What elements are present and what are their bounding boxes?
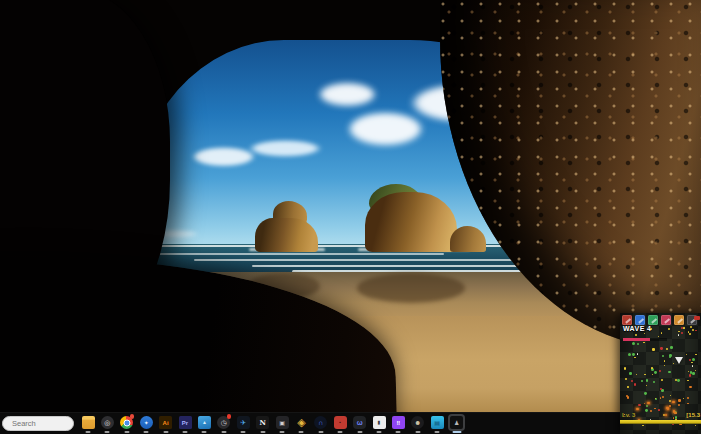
game-particle (646, 379, 649, 382)
game-particle (643, 342, 645, 344)
game-particle (637, 353, 638, 354)
chrome-icon[interactable] (120, 416, 133, 429)
rock-stack-large (365, 192, 457, 252)
obs-studio-icon[interactable]: ◎ (101, 416, 114, 429)
game-particle (692, 372, 695, 375)
game-particle (692, 329, 694, 331)
game-particle (689, 359, 691, 361)
wave-label: WAVE 4 (623, 325, 651, 332)
obs-studio-icon-glyph: ◎ (104, 419, 110, 426)
photos-app-icon-glyph: ▲ (202, 420, 207, 425)
game-particle (668, 328, 670, 330)
game-particle (652, 348, 654, 350)
notes-app-icon[interactable]: ▮ (373, 416, 386, 429)
steam-icon[interactable]: ✦ (140, 416, 153, 429)
rock-reflection (357, 273, 465, 303)
running-indicator (183, 431, 188, 433)
surf-line (144, 253, 444, 255)
search-input[interactable] (2, 416, 74, 431)
game-particle (662, 355, 664, 357)
photos-app-icon[interactable]: ▲ (198, 416, 211, 429)
game-particle (664, 365, 665, 366)
game-particle (670, 395, 671, 396)
game-particle (687, 380, 689, 382)
game-overlay-window[interactable]: WAVE 4 Lv. 3 [15.3 (620, 313, 701, 434)
discord-icon-glyph: ω (357, 419, 363, 426)
game-app-icon-glyph: ♟ (454, 420, 459, 426)
game-particle (634, 383, 636, 385)
game-particle (624, 367, 626, 369)
weapon-slot (648, 315, 658, 325)
notion-icon[interactable]: N (256, 416, 269, 429)
game-particle (631, 380, 633, 382)
game-particle (672, 401, 674, 403)
running-indicator (105, 431, 110, 433)
running-indicator (202, 431, 207, 433)
clouds (162, 126, 338, 182)
arc-browser-icon-glyph: ∩ (318, 419, 323, 426)
gold-diamond-app-icon-glyph: ◈ (297, 417, 305, 428)
game-particle (670, 346, 673, 349)
game-app-icon[interactable]: ♟ (450, 416, 463, 429)
running-indicator (241, 431, 246, 433)
running-indicator (338, 431, 343, 433)
running-indicator (299, 431, 304, 433)
game-particle (644, 403, 646, 405)
materials-counter: [15.3 (686, 412, 700, 418)
game-particle (673, 363, 674, 364)
box-app-icon-glyph: ▣ (279, 420, 285, 426)
illustrator-icon-glyph: Ai (163, 420, 169, 426)
gold-diamond-app-icon[interactable]: ◈ (295, 416, 308, 429)
reader-app-icon[interactable]: ▤ (431, 416, 444, 429)
game-particle (637, 343, 639, 345)
game-particle (678, 331, 680, 333)
game-particle (645, 409, 648, 412)
clock-app-icon[interactable]: ◷ (217, 416, 230, 429)
game-particle (625, 378, 627, 380)
game-particle (658, 409, 660, 411)
camera-app-icon-glyph: ▪ (339, 420, 341, 425)
running-indicator (260, 431, 265, 433)
game-particle (632, 353, 635, 356)
weapon-slot (661, 315, 671, 325)
box-app-icon[interactable]: ▣ (276, 416, 289, 429)
game-particle (687, 397, 689, 399)
weapon-slot (622, 315, 632, 325)
game-particle (664, 360, 665, 361)
telegram-icon[interactable]: ✈ (237, 416, 250, 429)
game-particle (661, 379, 663, 381)
camera-app-icon[interactable]: ▪ (334, 416, 347, 429)
game-particle (691, 362, 692, 363)
weapon-slot (635, 315, 645, 325)
premiere-pro-icon-glyph: Pr (182, 420, 188, 426)
running-indicator (396, 431, 401, 433)
game-particle (658, 336, 659, 337)
running-indicator (280, 431, 285, 433)
running-indicator (452, 431, 461, 433)
game-particle (628, 353, 631, 356)
taskbar: ◎✦AiPr▲◷✈N▣◈∩▪ω▮‼☻▤♟ (0, 412, 701, 434)
game-particle (666, 348, 668, 350)
illustrator-icon[interactable]: Ai (159, 416, 172, 429)
game-particle (661, 332, 662, 333)
game-particle (629, 372, 632, 375)
weapon-glyph (638, 318, 644, 323)
twitch-icon-glyph: ‼ (397, 420, 401, 426)
discord-icon[interactable]: ω (353, 416, 366, 429)
player-marker-icon (675, 357, 683, 364)
arc-browser-icon[interactable]: ∩ (314, 416, 327, 429)
game-particle (635, 334, 637, 336)
game-particle (636, 374, 637, 375)
game-particle (692, 365, 693, 366)
file-explorer-icon[interactable] (82, 416, 95, 429)
game-particle (695, 370, 696, 371)
premiere-pro-icon[interactable]: Pr (179, 416, 192, 429)
reader-app-icon-glyph: ▤ (434, 420, 440, 426)
notion-icon-glyph: N (259, 419, 265, 426)
game-particle (627, 396, 629, 398)
game-particle (646, 385, 647, 386)
twitch-icon[interactable]: ‼ (392, 416, 405, 429)
github-icon[interactable]: ☻ (411, 416, 424, 429)
game-particle (660, 397, 662, 399)
game-particle (642, 425, 643, 426)
